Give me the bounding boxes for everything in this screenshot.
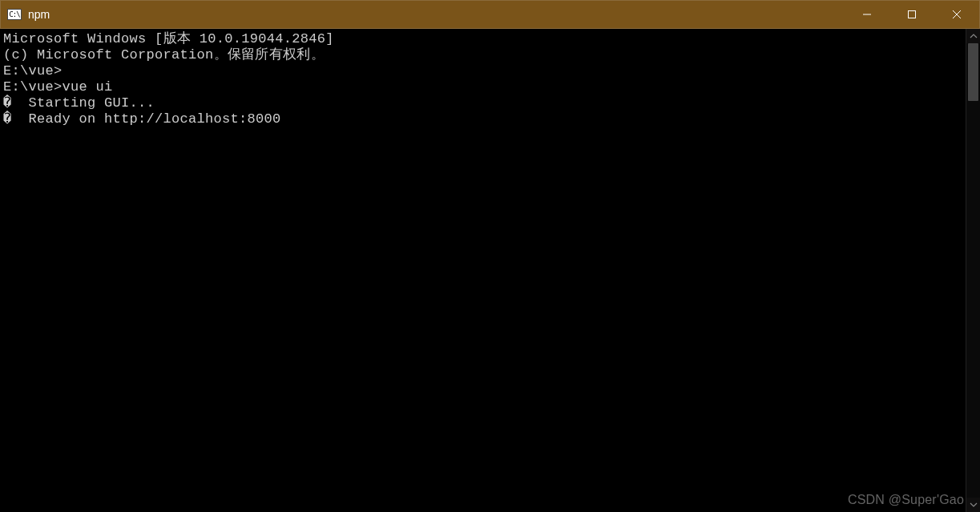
- svg-rect-1: [909, 11, 916, 18]
- titlebar-controls: [845, 1, 979, 28]
- window-titlebar: C:\ npm: [0, 0, 980, 29]
- chevron-up-icon: [970, 32, 978, 40]
- cmd-icon: C:\: [7, 9, 22, 20]
- scroll-down-arrow[interactable]: [966, 498, 980, 512]
- maximize-button[interactable]: [889, 1, 934, 28]
- terminal-line: � Starting GUI...: [3, 95, 962, 111]
- minimize-icon: [862, 10, 872, 19]
- maximize-icon: [907, 10, 917, 19]
- titlebar-left: C:\ npm: [1, 8, 50, 21]
- minimize-button[interactable]: [845, 1, 889, 28]
- terminal-line: E:\vue>vue ui: [3, 79, 962, 95]
- chevron-down-icon: [970, 501, 978, 509]
- scroll-thumb[interactable]: [968, 43, 978, 101]
- terminal-output[interactable]: Microsoft Windows [版本 10.0.19044.2846](c…: [0, 29, 966, 512]
- terminal-line: (c) Microsoft Corporation。保留所有权利。: [3, 47, 962, 63]
- close-button[interactable]: [934, 1, 979, 28]
- window-title: npm: [28, 8, 50, 21]
- terminal-line: Microsoft Windows [版本 10.0.19044.2846]: [3, 31, 962, 47]
- terminal-line: E:\vue>: [3, 63, 962, 79]
- terminal-area: Microsoft Windows [版本 10.0.19044.2846](c…: [0, 29, 980, 512]
- close-icon: [952, 10, 962, 19]
- terminal-line: � Ready on http://localhost:8000: [3, 111, 962, 127]
- scroll-track[interactable]: [966, 43, 980, 498]
- scroll-up-arrow[interactable]: [966, 29, 980, 43]
- vertical-scrollbar[interactable]: [966, 29, 980, 512]
